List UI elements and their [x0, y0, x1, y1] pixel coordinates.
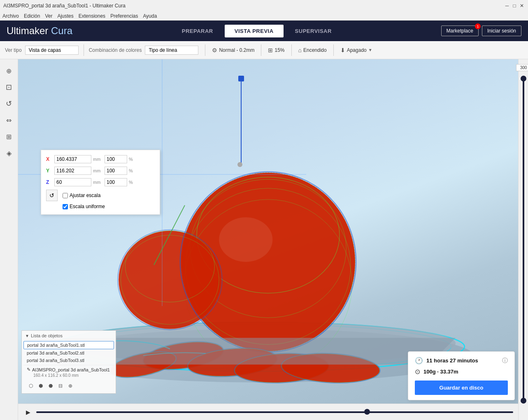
- scale-options: ↺ Ajustar escala: [46, 190, 155, 201]
- adjust-scale-checkbox[interactable]: [63, 193, 68, 198]
- tab-preparar[interactable]: PREPARAR: [172, 25, 223, 37]
- rotate-icon: ↺: [6, 99, 12, 108]
- scale-reset-btn[interactable]: ↺: [46, 190, 58, 201]
- menu-ayuda[interactable]: Ayuda: [143, 13, 157, 19]
- menu-ver[interactable]: Ver: [45, 13, 52, 19]
- mirror-tool-btn[interactable]: ⇔: [2, 114, 16, 127]
- uniform-scale-checkbox[interactable]: [63, 204, 68, 209]
- print-time-row: 🕐 11 horas 27 minutos ⓘ: [415, 357, 508, 364]
- object-item-1[interactable]: portal 3d araña_SubTool1.stl: [23, 341, 114, 349]
- menu-extensiones[interactable]: Extensiones: [79, 13, 105, 19]
- window-controls[interactable]: ─ □ ✕: [504, 3, 525, 9]
- y-value-input[interactable]: [54, 167, 91, 175]
- clock-icon: 🕐: [415, 357, 423, 364]
- timeline-knob[interactable]: [364, 409, 370, 415]
- toolbar-divider-1: [84, 44, 84, 56]
- z-pct-input[interactable]: [105, 178, 127, 186]
- object-list: ▼ Lista de objetos portal 3d araña_SubTo…: [21, 330, 116, 394]
- menu-archivo[interactable]: Archivo: [2, 13, 19, 19]
- x-pct-input[interactable]: [105, 155, 127, 163]
- move-tool-btn[interactable]: ⊕: [2, 64, 16, 77]
- uniform-scale-row: Escala uniforme: [46, 204, 155, 209]
- adhesion-setting[interactable]: ⬇ Apagado ▼: [340, 47, 372, 53]
- toolbar-divider-2: [205, 44, 205, 56]
- per-model-btn[interactable]: ⊞: [2, 130, 16, 143]
- left-sidebar: ⊕ ⊡ ↺ ⇔ ⊞ ◈: [0, 59, 18, 420]
- marketplace-button[interactable]: Marketplace 1: [441, 26, 479, 36]
- uniform-scale-checkbox-item: Escala uniforme: [63, 204, 105, 209]
- object-action-icons: ⬡ ⬢ ⬣ ⊟ ⊕: [23, 380, 114, 392]
- supports-setting[interactable]: ⌂ Encendido: [298, 47, 327, 53]
- support-blocker-btn[interactable]: ◈: [2, 146, 16, 160]
- tab-vista-previa[interactable]: VISTA PREVIA: [225, 25, 284, 37]
- layer-slider-bottom-handle[interactable]: [521, 398, 526, 404]
- color-combo-label: Combinación de colores: [89, 47, 142, 53]
- toolbar-right: ⚙ Normal - 0.2mm ⊞ 15% ⌂ Encendido ⬇ Apa…: [203, 44, 372, 56]
- view-type-select[interactable]: Vista de capas: [25, 46, 79, 55]
- minimize-btn[interactable]: ─: [504, 3, 510, 9]
- y-unit-label: mm: [93, 168, 103, 173]
- logo-product: Cura: [48, 25, 72, 36]
- chevron-down-icon: ▼: [368, 48, 372, 52]
- play-button[interactable]: ▶: [23, 407, 33, 417]
- obj-icon-1[interactable]: ⬡: [27, 382, 35, 390]
- layer-slider-top-handle[interactable]: [521, 76, 526, 81]
- layer-slider[interactable]: 300: [519, 61, 528, 418]
- x-value-input[interactable]: [54, 155, 91, 163]
- titlebar: AI3MSPRO_portal 3d araña_SubTool1 - Ulti…: [0, 0, 528, 12]
- profile-label: Normal - 0.2mm: [219, 47, 254, 53]
- sliders-icon: ⚙: [212, 47, 217, 53]
- object-info: ✎ AI3MSPRO_portal 3d araña_SubTool1 160.…: [23, 365, 114, 379]
- menu-ajustes[interactable]: Ajustes: [57, 13, 73, 19]
- pencil-icon: ✎: [27, 367, 30, 372]
- infill-label: 15%: [274, 47, 284, 53]
- scale-tool-btn[interactable]: ⊡: [2, 81, 16, 94]
- adhesion-label: Apagado: [347, 47, 367, 53]
- obj-icon-3[interactable]: ⬣: [47, 382, 55, 390]
- material-icon: ⊙: [415, 368, 420, 376]
- supports-icon: ⌂: [298, 47, 302, 53]
- close-btn[interactable]: ✕: [519, 3, 525, 9]
- signin-button[interactable]: Iniciar sesión: [482, 26, 521, 36]
- timeline-bar: ▶: [18, 404, 518, 420]
- toolbar-divider-3: [261, 44, 261, 56]
- color-combo-select[interactable]: Tipo de línea: [145, 46, 198, 55]
- obj-icon-5[interactable]: ⊕: [66, 382, 74, 390]
- infill-setting[interactable]: ⊞ 15%: [268, 47, 284, 53]
- scale-z-row: Z mm %: [46, 178, 155, 186]
- y-pct-symbol: %: [129, 168, 133, 173]
- object-item-3[interactable]: portal 3d araña_SubTool3.stl: [23, 357, 114, 364]
- obj-icon-2[interactable]: ⬢: [37, 382, 45, 390]
- z-axis-label: Z: [46, 179, 53, 185]
- x-unit-label: mm: [93, 157, 103, 162]
- save-button[interactable]: Guardar en disco: [415, 381, 508, 395]
- object-item-2[interactable]: portal 3d araña_SubTool2.stl: [23, 349, 114, 357]
- profile-setting[interactable]: ⚙ Normal - 0.2mm: [212, 47, 254, 53]
- toolbar-divider-5: [333, 44, 334, 56]
- obj-icon-4[interactable]: ⊟: [56, 382, 65, 390]
- layer-value: 300: [516, 64, 528, 71]
- adhesion-icon: ⬇: [340, 47, 345, 53]
- timeline-slider[interactable]: [36, 411, 513, 413]
- support-blocker-icon: ◈: [7, 149, 12, 157]
- tab-supervisar[interactable]: SUPERVISAR: [285, 25, 342, 37]
- menu-preferencias[interactable]: Preferencias: [110, 13, 138, 19]
- marketplace-label: Marketplace: [447, 28, 473, 34]
- y-pct-input[interactable]: [105, 167, 127, 175]
- infill-icon: ⊞: [268, 47, 273, 53]
- window-title: AI3MSPRO_portal 3d araña_SubTool1 - Ulti…: [3, 3, 126, 9]
- scale-icon: ⊡: [6, 83, 12, 92]
- z-value-input[interactable]: [54, 178, 91, 186]
- z-unit-label: mm: [93, 180, 103, 185]
- info-icon-time[interactable]: ⓘ: [502, 357, 508, 364]
- y-axis-label: Y: [46, 168, 53, 174]
- menu-edicion[interactable]: Edición: [24, 13, 40, 19]
- object-list-title: Lista de objetos: [31, 333, 63, 338]
- rotate-tool-btn[interactable]: ↺: [2, 97, 16, 110]
- maximize-btn[interactable]: □: [512, 3, 517, 9]
- scale-x-row: X mm %: [46, 155, 155, 163]
- z-pct-symbol: %: [129, 180, 133, 185]
- app-logo: Ultimaker Cura: [7, 25, 72, 37]
- layer-slider-track: [523, 76, 524, 404]
- scale-panel: X mm % Y mm % Z mm %: [41, 150, 160, 215]
